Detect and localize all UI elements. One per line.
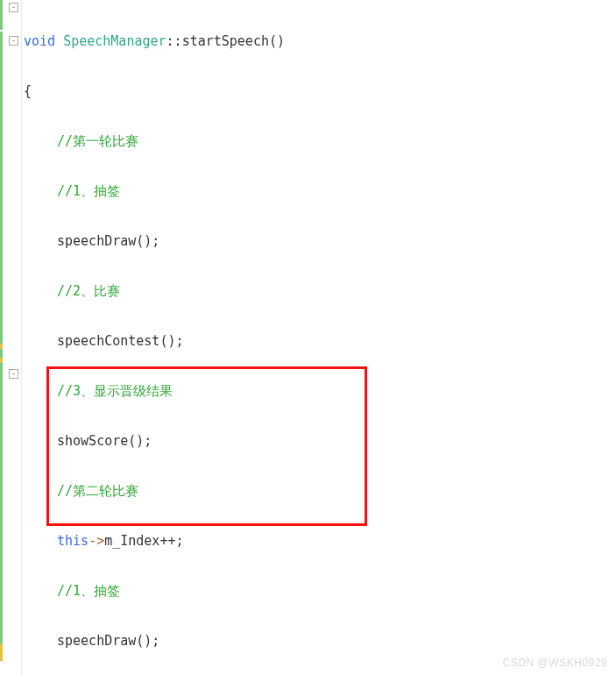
code-area[interactable]: void SpeechManager::startSpeech() { //第一… xyxy=(22,0,285,675)
comment: //1、抽签 xyxy=(57,583,120,599)
code-statement: showScore(); xyxy=(57,433,152,449)
comment: //1、抽签 xyxy=(57,183,120,199)
comment: //第二轮比赛 xyxy=(57,483,138,499)
comment: //第一轮比赛 xyxy=(57,133,138,149)
code-statement: speechDraw(); xyxy=(57,233,159,249)
code-statement: speechContest(); xyxy=(57,333,184,349)
comment: //2、比赛 xyxy=(57,283,120,299)
code-statement: speechDraw(); xyxy=(57,633,159,649)
fold-icon[interactable]: - xyxy=(9,3,18,12)
watermark: CSDN @WSKH0929 xyxy=(503,655,607,671)
keyword-type: void xyxy=(24,33,55,49)
comment: //3、显示晋级结果 xyxy=(57,383,173,399)
gutter: - - - xyxy=(0,0,22,675)
keyword-this: this xyxy=(57,533,89,549)
fold-icon[interactable]: - xyxy=(9,36,18,46)
class-name: SpeechManager xyxy=(63,33,166,49)
fold-icon[interactable]: - xyxy=(9,369,18,379)
code-editor: - - - void SpeechManager::startSpeech() … xyxy=(0,0,616,675)
